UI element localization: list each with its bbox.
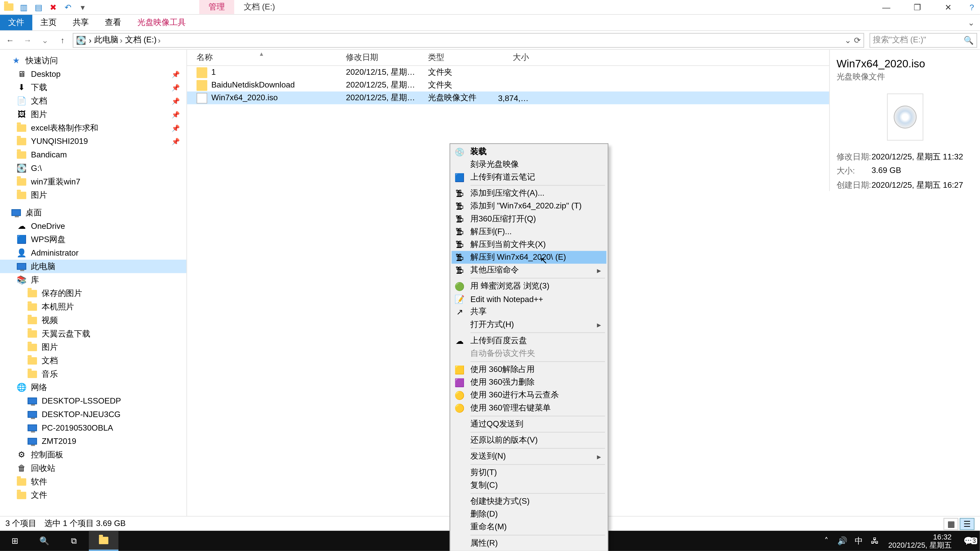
tree-item[interactable]: 📄文档📌 — [0, 94, 186, 108]
tree-item[interactable]: ⚙控制面板 — [0, 448, 186, 462]
tree-item[interactable]: YUNQISHI2019📌 — [0, 135, 186, 148]
menu-item[interactable]: 创建快捷方式(S) — [452, 495, 606, 508]
nav-forward-button[interactable]: → — [20, 33, 35, 48]
file-row[interactable]: BaiduNetdiskDownload2020/12/25, 星期五 1...… — [187, 79, 829, 92]
tree-item[interactable]: 🖥Desktop📌 — [0, 67, 186, 81]
refresh-button[interactable]: ⟳ — [854, 35, 861, 44]
menu-item[interactable]: 📝Edit with Notepad++ — [452, 292, 606, 305]
maximize-button[interactable]: ❐ — [902, 0, 933, 14]
nav-up-button[interactable]: ↑ — [55, 33, 70, 48]
tree-item[interactable]: 💽G:\ — [0, 162, 186, 175]
qat-dropdown-icon[interactable]: ▾ — [77, 1, 89, 13]
tree-item[interactable]: 文件 — [0, 488, 186, 502]
menu-item[interactable]: 🟡使用 360进行木马云查杀 — [452, 389, 606, 402]
minimize-button[interactable]: — — [871, 0, 902, 14]
tree-item[interactable]: 🌐网络 — [0, 381, 186, 394]
qat-delete-icon[interactable]: ✖ — [47, 1, 59, 13]
menu-item[interactable]: ☁上传到百度云盘 — [452, 334, 606, 347]
menu-item[interactable]: 重命名(M) — [452, 521, 606, 534]
tree-item[interactable]: Bandicam — [0, 148, 186, 162]
menu-item[interactable]: 🗜解压到当前文件夹(X) — [452, 238, 606, 251]
nav-back-button[interactable]: ← — [3, 33, 18, 48]
column-headers[interactable]: ▴ 名称 修改日期 类型 大小 — [187, 50, 829, 66]
menu-item[interactable]: 💿装载 — [452, 145, 606, 158]
tree-item[interactable]: 👤Administrator — [0, 246, 186, 260]
tree-item[interactable]: win7重装win7 — [0, 175, 186, 189]
close-button[interactable]: ✕ — [933, 0, 964, 14]
menu-item[interactable]: 🟡使用 360管理右键菜单 — [452, 402, 606, 414]
menu-item[interactable]: 🟢用 蜂蜜浏览器 浏览(3) — [452, 280, 606, 292]
ribbon-expand-icon[interactable]: ⌄ — [968, 15, 980, 30]
tree-item[interactable]: excel表格制作求和📌 — [0, 121, 186, 135]
breadcrumb-sep[interactable]: › — [89, 35, 92, 44]
menu-item[interactable]: 发送到(N)▸ — [452, 450, 606, 463]
menu-item[interactable]: 🗜用360压缩打开(Q) — [452, 213, 606, 225]
tree-item[interactable]: 📚库 — [0, 273, 186, 287]
search-icon[interactable]: 🔍 — [964, 35, 974, 44]
navigation-tree[interactable]: ★快速访问🖥Desktop📌⬇下载📌📄文档📌🖼图片📌excel表格制作求和📌YU… — [0, 50, 187, 516]
tab-view[interactable]: 查看 — [97, 15, 129, 30]
qat-properties-icon[interactable]: ▥ — [18, 1, 30, 13]
file-row[interactable]: 12020/12/15, 星期二 1...文件夹 — [187, 66, 829, 79]
tree-item[interactable]: PC-20190530OBLA — [0, 421, 186, 435]
tree-desktop[interactable]: 桌面 — [0, 206, 186, 219]
tray-ime-icon[interactable]: 中 — [851, 535, 867, 547]
tray-volume-icon[interactable]: 🔊 — [834, 536, 850, 546]
tree-item[interactable]: DESKTOP-LSSOEDP — [0, 394, 186, 408]
column-type[interactable]: 类型 — [418, 52, 488, 63]
tree-item[interactable]: 音乐 — [0, 367, 186, 381]
tree-item[interactable]: 视频 — [0, 313, 186, 327]
tree-item[interactable]: 文档 — [0, 354, 186, 367]
menu-item[interactable]: 🗜其他压缩命令▸ — [452, 264, 606, 276]
help-button[interactable]: ? — [964, 0, 980, 14]
tab-home[interactable]: 主页 — [32, 15, 65, 30]
menu-item[interactable]: 通过QQ发送到 — [452, 418, 606, 430]
view-details-button[interactable]: ☰ — [959, 518, 974, 530]
action-center-button[interactable]: 💬3 — [957, 536, 980, 546]
tab-disc-image-tools[interactable]: 光盘映像工具 — [129, 15, 194, 30]
search-box[interactable]: 搜索"文档 (E:)" 🔍 — [870, 33, 977, 48]
tree-item[interactable]: 本机照片 — [0, 300, 186, 313]
menu-item[interactable]: 🟨使用 360解除占用 — [452, 363, 606, 376]
tree-item[interactable]: 图片 — [0, 188, 186, 202]
tree-item[interactable]: 保存的图片 — [0, 286, 186, 300]
tree-item[interactable]: 软件 — [0, 475, 186, 489]
file-row[interactable]: Win7x64_2020.iso2020/12/25, 星期五 1...光盘映像… — [187, 92, 829, 104]
taskbar-clock[interactable]: 16:32 2020/12/25, 星期五 — [883, 533, 957, 549]
breadcrumb-current[interactable]: 文档 (E:) › — [125, 34, 161, 46]
explorer-taskbar-button[interactable] — [89, 531, 118, 551]
tray-overflow-icon[interactable]: ˄ — [818, 536, 834, 546]
tree-item[interactable]: DESKTOP-NJEU3CG — [0, 408, 186, 421]
tab-share[interactable]: 共享 — [65, 15, 97, 30]
address-bar[interactable]: 💽 › 此电脑 › 文档 (E:) › ⌄ ⟳ — [73, 33, 864, 48]
tree-quick-access[interactable]: ★快速访问 — [0, 54, 186, 67]
menu-item[interactable]: ↗共享 — [452, 305, 606, 318]
menu-item[interactable]: 🗜添加到 "Win7x64_2020.zip" (T) — [452, 200, 606, 213]
breadcrumb-this-pc[interactable]: 此电脑 › — [94, 34, 123, 46]
menu-item[interactable]: 刻录光盘映像 — [452, 158, 606, 171]
view-thumbnails-button[interactable]: ▦ — [943, 518, 958, 530]
menu-item[interactable]: 属性(R) — [452, 537, 606, 549]
tray-network-icon[interactable]: 🖧 — [867, 536, 883, 546]
column-date[interactable]: 修改日期 — [337, 52, 419, 63]
menu-item[interactable]: 🟦上传到有道云笔记 — [452, 171, 606, 184]
tree-item[interactable]: 图片 — [0, 340, 186, 354]
tree-item[interactable]: ☁OneDrive — [0, 219, 186, 233]
tree-item[interactable]: ZMT2019 — [0, 435, 186, 448]
menu-item[interactable]: 🗜解压到 Win7x64_2020\ (E) — [452, 251, 606, 264]
nav-recent-dropdown[interactable]: ⌄ — [38, 33, 52, 48]
menu-item[interactable]: 🟪使用 360强力删除 — [452, 376, 606, 389]
menu-item[interactable]: 还原以前的版本(V) — [452, 434, 606, 447]
tree-item[interactable]: 🗑回收站 — [0, 462, 186, 475]
search-task-button[interactable]: 🔍 — [30, 531, 59, 551]
start-button[interactable]: ⊞ — [0, 531, 30, 551]
tree-item[interactable]: 此电脑 — [0, 260, 186, 273]
menu-item[interactable]: 🗜添加到压缩文件(A)... — [452, 187, 606, 200]
qat-undo-icon[interactable]: ↶ — [62, 1, 74, 13]
menu-item[interactable]: 🗜解压到(F)... — [452, 225, 606, 238]
tree-item[interactable]: 天翼云盘下载 — [0, 327, 186, 341]
tab-file[interactable]: 文件 — [0, 15, 32, 30]
address-dropdown-icon[interactable]: ⌄ — [845, 35, 851, 44]
tree-item[interactable]: 🟦WPS网盘 — [0, 233, 186, 246]
qat-new-folder-icon[interactable]: ▤ — [32, 1, 45, 13]
